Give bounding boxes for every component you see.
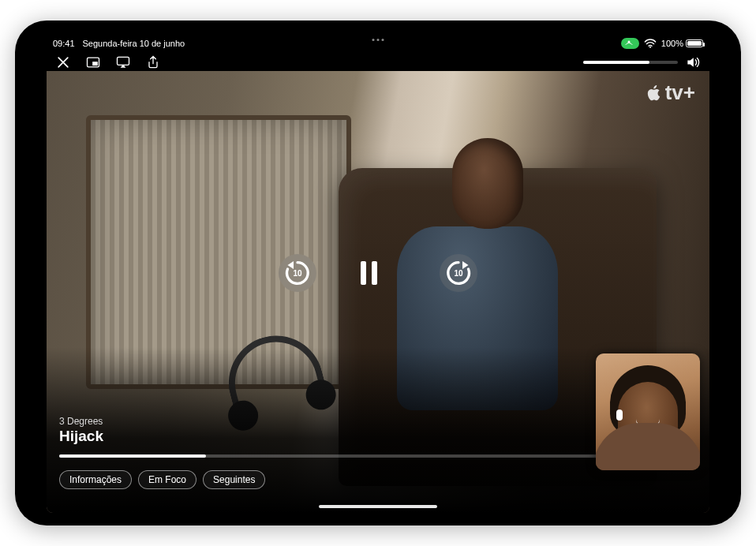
battery-fill <box>687 41 702 46</box>
scrubber-fill <box>59 454 206 458</box>
battery-percent: 100% <box>661 39 683 48</box>
airplay-icon <box>115 54 131 70</box>
svg-rect-3 <box>92 62 98 65</box>
show-title: Hijack <box>59 428 103 445</box>
volume-icon <box>685 54 701 70</box>
playback-controls: 10 10 <box>279 254 477 292</box>
appletv-plus-logo: tv+ <box>645 80 695 105</box>
close-button[interactable] <box>54 54 72 71</box>
volume-slider[interactable] <box>583 61 678 64</box>
up-next-tab[interactable]: Seguintes <box>203 470 265 489</box>
pause-icon <box>361 261 366 285</box>
volume-button[interactable] <box>684 54 702 71</box>
svg-point-0 <box>627 41 630 43</box>
facetime-self-view[interactable] <box>596 353 700 470</box>
status-right: 100% <box>621 38 703 49</box>
share-icon <box>145 54 161 70</box>
screen: 09:41 Segunda-feira 10 de junho 100% <box>47 33 709 513</box>
svg-point-1 <box>649 47 651 48</box>
episode-name: 3 Degrees <box>59 416 103 427</box>
brand-label: tv+ <box>665 80 695 105</box>
skip-back-label: 10 <box>293 269 301 278</box>
media-metadata: 3 Degrees Hijack <box>59 416 103 445</box>
in-focus-tab[interactable]: Em Foco <box>138 470 196 489</box>
multitask-dots[interactable] <box>372 39 384 41</box>
pip-button[interactable] <box>84 54 102 71</box>
home-indicator[interactable] <box>319 505 437 508</box>
status-date: Segunda-feira 10 de junho <box>83 39 185 48</box>
status-bar: 09:41 Segunda-feira 10 de junho 100% <box>47 36 709 50</box>
apple-logo-icon <box>645 84 664 103</box>
pause-button[interactable] <box>361 261 395 285</box>
skip-forward-label: 10 <box>454 269 462 278</box>
shareplay-pill[interactable] <box>621 38 639 49</box>
player-top-controls <box>47 54 709 71</box>
battery-indicator: 100% <box>661 39 703 48</box>
bottom-tabs: Informações Em Foco Seguintes <box>59 470 265 489</box>
volume-fill <box>583 61 649 64</box>
skip-forward-button[interactable]: 10 <box>440 254 477 292</box>
wifi-icon <box>644 39 657 48</box>
close-icon <box>55 54 71 70</box>
shareplay-icon <box>624 39 634 48</box>
svg-rect-4 <box>118 57 129 65</box>
info-tab[interactable]: Informações <box>59 470 132 489</box>
status-left: 09:41 Segunda-feira 10 de junho <box>53 39 185 48</box>
skip-back-button[interactable]: 10 <box>279 254 316 292</box>
pip-icon <box>85 54 101 70</box>
status-time: 09:41 <box>53 39 75 48</box>
ipad-frame: 09:41 Segunda-feira 10 de junho 100% <box>15 21 741 525</box>
airplay-button[interactable] <box>114 54 132 71</box>
share-button[interactable] <box>144 54 162 71</box>
